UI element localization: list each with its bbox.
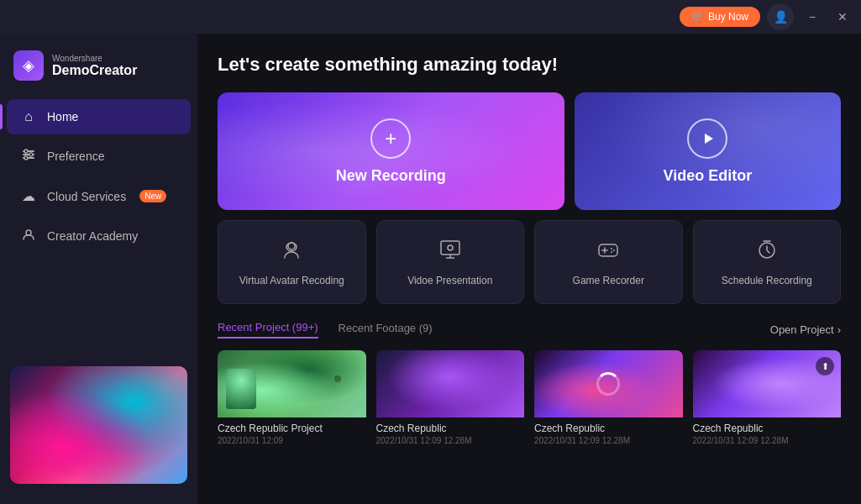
project-name-2: Czech Republic [376, 423, 525, 434]
preference-icon [20, 148, 37, 165]
project-info-4: Czech Republic 2022/10/31 12:09 12.28M [693, 417, 842, 450]
logo-name: DemoCreator [52, 63, 137, 78]
video-presentation-icon [438, 238, 462, 266]
project-info-3: Czech Republic 2022/10/31 12:09 12.28M [534, 417, 683, 450]
account-icon[interactable]: 👤 [767, 3, 794, 30]
loading-indicator [534, 350, 683, 417]
sidebar-label-preference: Preference [47, 150, 104, 163]
recent-tabs: Recent Project (99+) Recent Footage (9) … [218, 321, 841, 339]
title-bar: 🛒 Buy Now 👤 − ✕ [0, 0, 861, 34]
project-info-2: Czech Republic 2022/10/31 12:09 12.28M [376, 417, 525, 450]
project-name-1: Czech Republic Project [218, 423, 366, 434]
new-recording-card[interactable]: + New Recording [218, 92, 564, 210]
new-recording-icon: + [370, 118, 411, 159]
virtual-avatar-card[interactable]: Virtual Avatar Recoding [218, 220, 366, 304]
svg-point-6 [26, 230, 31, 235]
open-project-button[interactable]: Open Project › [770, 323, 841, 336]
project-thumb-3 [534, 350, 683, 417]
content-area: Let's create something amazing today! + … [197, 34, 861, 504]
svg-point-5 [24, 156, 28, 160]
sidebar-thumbnail [0, 356, 197, 494]
project-name-4: Czech Republic [693, 423, 842, 434]
sidebar: ◈ Wondershare DemoCreator ⌂ Home [0, 34, 197, 504]
schedule-recording-label: Schedule Recording [722, 275, 812, 286]
minimize-button[interactable]: − [801, 5, 824, 29]
sidebar-item-preference[interactable]: Preference [7, 138, 191, 175]
sidebar-item-cloud[interactable]: ☁ Cloud Services New [7, 178, 191, 214]
svg-point-18 [613, 249, 615, 251]
project-card-2[interactable]: Czech Republic 2022/10/31 12:09 12.28M [376, 350, 525, 450]
logo-area: ◈ Wondershare DemoCreator [0, 44, 197, 97]
main-layout: ◈ Wondershare DemoCreator ⌂ Home [0, 34, 861, 504]
game-recorder-label: Game Recorder [573, 275, 644, 286]
video-presentation-card[interactable]: Vidoe Presentation [376, 220, 525, 304]
virtual-avatar-icon [280, 238, 303, 266]
project-card-1[interactable]: Czech Republic Project 2022/10/31 12:09 [218, 350, 366, 450]
svg-marker-7 [705, 134, 713, 144]
game-recorder-icon [596, 238, 620, 266]
buy-now-label: Buy Now [708, 11, 748, 23]
sidebar-item-home[interactable]: ⌂ Home [7, 99, 191, 134]
page-title: Let's create something amazing today! [218, 54, 841, 76]
logo-icon: ◈ [13, 50, 44, 81]
svg-point-3 [24, 150, 28, 153]
chevron-right-icon: › [837, 323, 841, 336]
project-meta-3: 2022/10/31 12:09 12.28M [534, 436, 683, 445]
buy-now-button[interactable]: 🛒 Buy Now [680, 7, 760, 27]
sidebar-label-home: Home [47, 110, 78, 123]
sidebar-label-cloud: Cloud Services [47, 190, 126, 203]
logo-text: Wondershare DemoCreator [52, 54, 137, 78]
upload-icon: ⬆ [816, 357, 834, 375]
project-meta-4: 2022/10/31 12:09 12.28M [693, 436, 842, 445]
tab-recent-project[interactable]: Recent Project (99+) [218, 321, 318, 339]
logo-brand: Wondershare [52, 54, 137, 63]
schedule-recording-card[interactable]: Schedule Recording [693, 220, 842, 304]
svg-point-11 [448, 245, 453, 250]
svg-point-17 [611, 248, 612, 249]
svg-rect-10 [441, 241, 459, 255]
project-card-4[interactable]: ⬆ Czech Republic 2022/10/31 12:09 12.28M [693, 350, 842, 450]
bottom-cards: Virtual Avatar Recoding Vidoe Presentati… [218, 220, 841, 304]
sidebar-item-academy[interactable]: Creator Academy [7, 218, 191, 255]
project-thumb-4: ⬆ [693, 350, 842, 417]
video-editor-card[interactable]: Video Editor [575, 92, 841, 210]
project-info-1: Czech Republic Project 2022/10/31 12:09 [218, 417, 366, 450]
loading-ring [596, 372, 620, 396]
academy-icon [20, 228, 37, 244]
video-editor-icon [687, 118, 727, 159]
top-cards: + New Recording Video Editor [218, 92, 841, 210]
virtual-avatar-label: Virtual Avatar Recoding [239, 275, 344, 286]
project-thumb-2 [376, 350, 525, 417]
project-meta-1: 2022/10/31 12:09 [218, 436, 366, 445]
cart-icon: 🛒 [691, 11, 704, 23]
project-meta-2: 2022/10/31 12:09 12.28M [376, 436, 525, 445]
sidebar-thumb-image [10, 366, 187, 484]
cloud-icon: ☁ [20, 188, 37, 204]
game-recorder-card[interactable]: Game Recorder [534, 220, 683, 304]
project-thumb-1 [218, 350, 366, 417]
svg-point-4 [29, 153, 33, 156]
sidebar-label-academy: Creator Academy [47, 229, 138, 243]
home-icon: ⌂ [20, 109, 37, 124]
svg-point-19 [611, 251, 612, 253]
new-recording-label: New Recording [336, 167, 446, 185]
close-button[interactable]: ✕ [831, 5, 854, 29]
new-badge: New [139, 190, 166, 202]
tab-recent-footage[interactable]: Recent Footage (9) [339, 322, 433, 338]
project-card-3[interactable]: Czech Republic 2022/10/31 12:09 12.28M [534, 350, 683, 450]
project-grid: Czech Republic Project 2022/10/31 12:09 … [218, 350, 841, 450]
video-presentation-label: Vidoe Presentation [407, 275, 492, 286]
video-editor-label: Video Editor [663, 167, 752, 185]
schedule-recording-icon [755, 238, 779, 266]
project-name-3: Czech Republic [534, 423, 683, 434]
